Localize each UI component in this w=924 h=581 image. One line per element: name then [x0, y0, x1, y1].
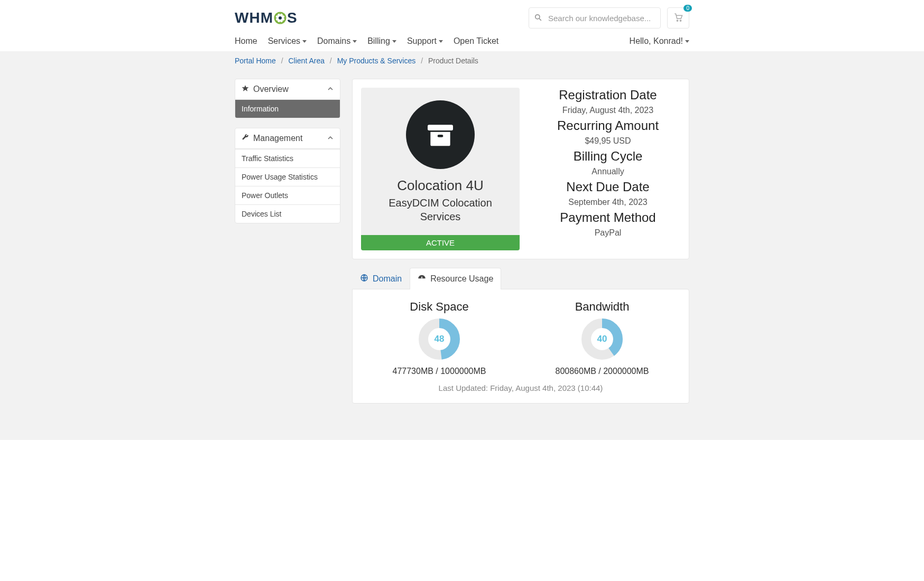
- sidebar-item-power-outlets[interactable]: Power Outlets: [235, 186, 340, 204]
- billing-info: Registration Date Friday, August 4th, 20…: [535, 88, 680, 250]
- chevron-down-icon: [439, 40, 443, 43]
- main-nav: Home Services Domains Billing Support Op…: [235, 34, 689, 51]
- usage-disk: Disk Space 48 477730MB / 1000000MB: [363, 300, 515, 376]
- sidebar-item-traffic[interactable]: Traffic Statistics: [235, 149, 340, 167]
- chevron-up-icon: [327, 134, 334, 143]
- usage-disk-detail: 477730MB / 1000000MB: [363, 367, 515, 376]
- recurring-value: $49,95 USD: [535, 136, 680, 146]
- chevron-up-icon: [327, 85, 334, 94]
- cart-icon: [673, 13, 683, 24]
- search-input[interactable]: [547, 13, 655, 23]
- sidebar-management-header[interactable]: Management: [235, 128, 340, 149]
- breadcrumb-client-area[interactable]: Client Area: [288, 57, 324, 65]
- user-menu[interactable]: Hello, Konrad!: [630, 36, 689, 46]
- brand-logo[interactable]: WHM S: [235, 10, 298, 26]
- search-box[interactable]: [529, 7, 661, 29]
- usage-disk-donut: 48: [418, 318, 460, 360]
- due-value: September 4th, 2023: [535, 198, 680, 207]
- svg-rect-16: [438, 135, 443, 137]
- breadcrumb: Portal Home / Client Area / My Products …: [229, 57, 695, 65]
- sidebar-management-panel: Management Traffic Statistics Power Usag…: [235, 128, 340, 223]
- usage-bw-detail: 800860MB / 2000000MB: [526, 367, 678, 376]
- nav-services[interactable]: Services: [268, 36, 307, 46]
- svg-point-12: [677, 20, 678, 21]
- nav-billing[interactable]: Billing: [367, 36, 396, 46]
- svg-marker-14: [242, 85, 249, 91]
- svg-line-11: [539, 18, 541, 20]
- product-box: Colocation 4U EasyDCIM Colocation Servic…: [361, 88, 520, 250]
- usage-bw-title: Bandwidth: [526, 300, 678, 314]
- svg-point-10: [535, 14, 540, 18]
- tab-domain-label: Domain: [373, 274, 402, 284]
- archive-icon: [406, 100, 475, 169]
- chevron-down-icon: [302, 40, 307, 43]
- dashboard-icon: [418, 274, 426, 284]
- tab-resource-body: Disk Space 48 477730MB / 1000000MB: [352, 289, 689, 404]
- product-overview-card: Colocation 4U EasyDCIM Colocation Servic…: [352, 79, 689, 259]
- cycle-label: Billing Cycle: [535, 149, 680, 164]
- tab-domain[interactable]: Domain: [352, 268, 410, 289]
- reg-date-label: Registration Date: [535, 88, 680, 102]
- usage-disk-pct: 48: [418, 318, 460, 360]
- usage-last-updated: Last Updated: Friday, August 4th, 2023 (…: [363, 383, 678, 392]
- product-status: ACTIVE: [361, 235, 520, 250]
- sidebar-overview-title: Overview: [253, 85, 289, 94]
- gear-icon: [273, 11, 287, 25]
- svg-point-13: [680, 20, 681, 21]
- cart-button[interactable]: 0: [667, 7, 689, 29]
- usage-bw-pct: 40: [581, 318, 623, 360]
- product-subtitle: EasyDCIM Colocation Services: [368, 196, 512, 223]
- sidebar-item-devices[interactable]: Devices List: [235, 204, 340, 223]
- svg-point-9: [279, 16, 282, 20]
- payment-value: PayPal: [535, 228, 680, 238]
- due-label: Next Due Date: [535, 180, 680, 194]
- chevron-down-icon: [353, 40, 357, 43]
- breadcrumb-my-products[interactable]: My Products & Services: [337, 57, 416, 65]
- usage-bw: Bandwidth 40 800860MB / 2000000MB: [526, 300, 678, 376]
- tab-resource-usage[interactable]: Resource Usage: [410, 268, 501, 289]
- nav-support[interactable]: Support: [407, 36, 443, 46]
- sidebar-item-information[interactable]: Information: [235, 100, 340, 118]
- nav-domains[interactable]: Domains: [317, 36, 357, 46]
- nav-home[interactable]: Home: [235, 36, 257, 46]
- sidebar-management-title: Management: [253, 134, 302, 143]
- sidebar-item-power-usage[interactable]: Power Usage Statistics: [235, 167, 340, 186]
- usage-bw-donut: 40: [581, 318, 623, 360]
- cart-count-badge: 0: [683, 5, 692, 12]
- chevron-down-icon: [685, 40, 689, 43]
- reg-date-value: Friday, August 4th, 2023: [535, 106, 680, 115]
- sidebar-overview-header[interactable]: Overview: [235, 79, 340, 100]
- usage-disk-title: Disk Space: [363, 300, 515, 314]
- chevron-down-icon: [392, 40, 396, 43]
- sidebar-overview-panel: Overview Information: [235, 79, 340, 118]
- product-title: Colocation 4U: [397, 177, 483, 194]
- payment-label: Payment Method: [535, 210, 680, 225]
- tab-resource-label: Resource Usage: [430, 274, 493, 284]
- wrench-icon: [242, 134, 249, 143]
- cycle-value: Annually: [535, 167, 680, 176]
- nav-open-ticket[interactable]: Open Ticket: [454, 36, 498, 46]
- globe-icon: [360, 274, 368, 284]
- search-icon: [534, 14, 542, 23]
- breadcrumb-current: Product Details: [428, 57, 478, 65]
- breadcrumb-portal-home[interactable]: Portal Home: [235, 57, 276, 65]
- recurring-label: Recurring Amount: [535, 118, 680, 133]
- tabs: Domain Resource Usage: [352, 268, 689, 289]
- star-icon: [242, 85, 249, 94]
- svg-rect-15: [428, 125, 453, 130]
